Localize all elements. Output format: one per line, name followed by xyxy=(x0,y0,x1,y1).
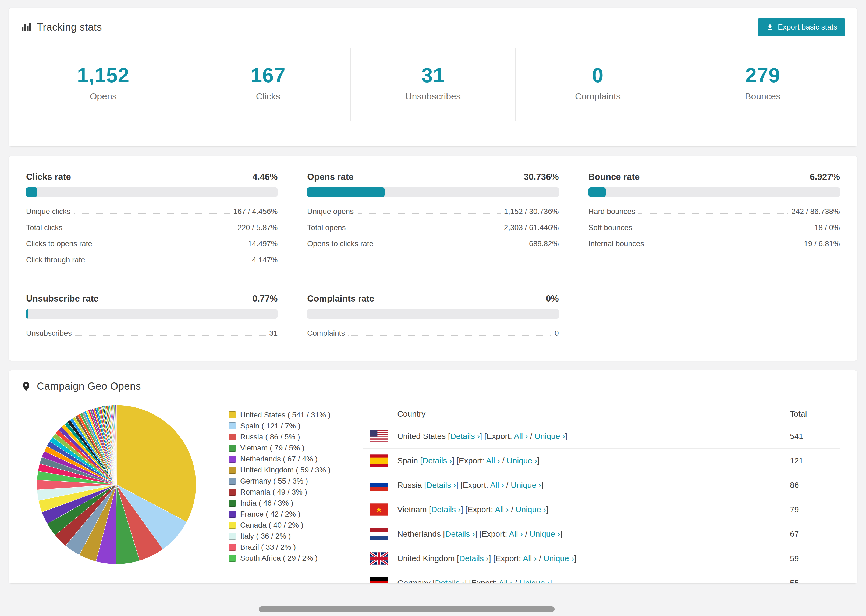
export-all-link[interactable]: All › xyxy=(514,432,528,440)
flag-es-icon xyxy=(370,454,388,467)
flag-de-icon xyxy=(370,577,388,584)
rate-row-value: 1,152 / 30.736% xyxy=(504,207,559,216)
bracket: ] xyxy=(560,530,562,538)
rate-percentage: 4.46% xyxy=(252,172,278,182)
rate-row-value: 19 / 6.81% xyxy=(804,239,840,248)
slash: / xyxy=(523,530,529,538)
rate-block-complaints-rate: Complaints rate0%Complaints0 xyxy=(307,294,559,341)
bracket: [ xyxy=(446,432,450,440)
rate-row-label: Unique opens xyxy=(307,207,354,216)
stat-label: Bounces xyxy=(680,91,845,102)
rate-rows: Hard bounces242 / 86.738%Soft bounces18 … xyxy=(589,203,840,252)
bracket: ] [Export: xyxy=(452,456,486,465)
export-unique-link[interactable]: Unique › xyxy=(507,456,537,465)
legend-item-france: France ( 42 / 2% ) xyxy=(229,509,331,520)
details-link[interactable]: Details › xyxy=(450,432,480,440)
rate-rows: Unsubscribes31 xyxy=(26,325,277,341)
rates-card: Clicks rate4.46%Unique clicks167 / 4.456… xyxy=(9,156,857,361)
pie-svg xyxy=(36,404,197,565)
geo-opens-header: Campaign Geo Opens xyxy=(9,370,857,392)
dotted-leader xyxy=(74,214,230,214)
country-cell: Netherlands [Details ›] [Export: All › /… xyxy=(397,530,790,539)
progress-fill xyxy=(589,187,606,197)
legend-swatch xyxy=(229,500,236,507)
tracking-stats-header: Tracking stats Export basic stats xyxy=(9,8,857,36)
rate-row-label: Unsubscribes xyxy=(26,329,72,338)
pie-legend: United States ( 541 / 31% )Spain ( 121 /… xyxy=(229,404,331,564)
export-unique-link[interactable]: Unique › xyxy=(511,481,541,489)
rate-row-label: Soft bounces xyxy=(589,223,632,232)
flag-ru-icon xyxy=(370,479,388,491)
details-link[interactable]: Details › xyxy=(427,481,456,489)
rate-row-label: Total opens xyxy=(307,223,346,232)
export-all-link[interactable]: All › xyxy=(523,554,537,563)
rate-row-label: Internal bounces xyxy=(589,239,644,248)
rate-head: Unsubscribe rate0.77% xyxy=(26,294,277,304)
dotted-leader xyxy=(349,229,501,230)
export-unique-link[interactable]: Unique › xyxy=(529,530,560,538)
export-all-link[interactable]: All › xyxy=(495,505,509,514)
geo-opens-header-left: Campaign Geo Opens xyxy=(21,380,141,392)
country-name: United Kingdom xyxy=(397,554,455,563)
rate-row-hard-bounces: Hard bounces242 / 86.738% xyxy=(589,203,840,220)
rate-row-value: 0 xyxy=(554,329,559,338)
stat-complaints: 0Complaints xyxy=(515,48,680,121)
export-unique-link[interactable]: Unique › xyxy=(543,554,574,563)
rate-percentage: 0% xyxy=(546,294,559,304)
flag-gb-icon xyxy=(370,552,388,565)
rate-row-clicks-to-opens-rate: Clicks to opens rate14.497% xyxy=(26,236,277,252)
stat-value: 167 xyxy=(186,63,350,87)
legend-swatch xyxy=(229,456,236,462)
bracket: ] [Export: xyxy=(480,432,514,440)
export-unique-link[interactable]: Unique › xyxy=(516,505,546,514)
dotted-leader xyxy=(376,246,526,246)
slash: / xyxy=(500,456,507,465)
rate-percentage: 30.736% xyxy=(524,172,559,182)
legend-swatch xyxy=(229,445,236,451)
details-link[interactable]: Details › xyxy=(459,554,489,563)
rate-rows: Complaints0 xyxy=(307,325,559,341)
legend-item-brazil: Brazil ( 33 / 2% ) xyxy=(229,542,331,553)
dotted-leader xyxy=(638,214,788,214)
rate-row-total-opens: Total opens2,303 / 61.446% xyxy=(307,220,559,236)
rate-row-label: Unique clicks xyxy=(26,207,71,216)
slash: / xyxy=(504,481,511,489)
bracket: ] [Export: xyxy=(461,505,495,514)
details-link[interactable]: Details › xyxy=(446,530,475,538)
legend-item-india: India ( 46 / 3% ) xyxy=(229,498,331,509)
country-name: United States xyxy=(397,432,446,440)
bracket: ] xyxy=(541,481,543,489)
export-all-link[interactable]: All › xyxy=(509,530,523,538)
export-all-link[interactable]: All › xyxy=(490,481,504,489)
rate-row-value: 167 / 4.456% xyxy=(233,207,277,216)
legend-label: Spain ( 121 / 7% ) xyxy=(240,422,301,430)
geo-table-row-spain: Spain [Details ›] [Export: All › / Uniqu… xyxy=(363,449,840,473)
rate-row-label: Complaints xyxy=(307,329,345,338)
export-unique-link[interactable]: Unique › xyxy=(519,578,550,584)
details-link[interactable]: Details › xyxy=(435,578,464,584)
export-all-link[interactable]: All › xyxy=(499,578,513,584)
geo-table-row-germany: Germany [Details ›] [Export: All › / Uni… xyxy=(363,571,840,584)
dotted-leader xyxy=(96,246,245,246)
export-all-link[interactable]: All › xyxy=(486,456,500,465)
country-cell: United States [Details ›] [Export: All ›… xyxy=(397,432,790,441)
legend-item-vietnam: Vietnam ( 79 / 5% ) xyxy=(229,442,331,453)
details-link[interactable]: Details › xyxy=(431,505,461,514)
horizontal-scrollbar[interactable] xyxy=(259,606,554,612)
legend-item-united-states: United States ( 541 / 31% ) xyxy=(229,409,331,420)
bracket: ] [Export: xyxy=(456,481,490,489)
geo-table-row-russia: Russia [Details ›] [Export: All › / Uniq… xyxy=(363,473,840,498)
export-basic-stats-button[interactable]: Export basic stats xyxy=(758,18,845,36)
rate-row-value: 4.147% xyxy=(252,256,277,264)
rate-row-label: Opens to clicks rate xyxy=(307,239,373,248)
total-column-header: Total xyxy=(790,409,833,418)
rate-row-total-clicks: Total clicks220 / 5.87% xyxy=(26,220,277,236)
rate-row-label: Click through rate xyxy=(26,256,85,264)
legend-label: France ( 42 / 2% ) xyxy=(240,510,301,519)
details-link[interactable]: Details › xyxy=(422,456,452,465)
export-unique-link[interactable]: Unique › xyxy=(534,432,565,440)
rate-row-value: 242 / 86.738% xyxy=(791,207,840,216)
legend-swatch xyxy=(229,544,236,551)
rate-percentage: 0.77% xyxy=(252,294,278,304)
legend-swatch xyxy=(229,511,236,518)
